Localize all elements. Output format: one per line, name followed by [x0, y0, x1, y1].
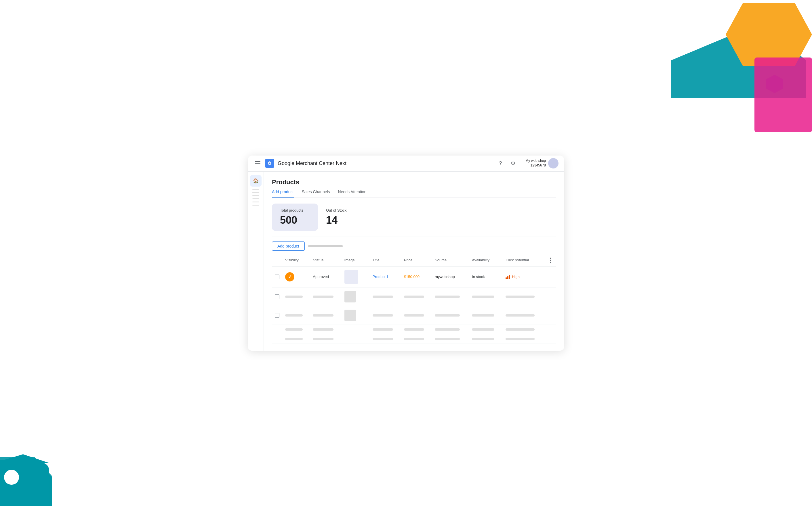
row5-availability — [469, 334, 503, 344]
th-price: Price — [401, 254, 432, 266]
loading-line — [472, 296, 494, 298]
tab-needs-attention[interactable]: Needs Attention — [338, 189, 367, 197]
th-visibility: Visibility — [282, 254, 310, 266]
row3-click-potential — [503, 306, 545, 325]
tab-add-product[interactable]: Add product — [272, 189, 294, 197]
loading-line — [404, 296, 424, 298]
out-of-stock-value: 14 — [326, 214, 350, 226]
tabs: Add product Sales Channels Needs Attenti… — [272, 189, 556, 198]
row5-image — [342, 334, 370, 344]
th-source: Source — [432, 254, 469, 266]
row5-visibility — [282, 334, 310, 344]
row4-price — [401, 325, 432, 334]
total-products-value: 500 — [280, 214, 310, 226]
high-label: High — [512, 274, 520, 279]
sidebar: 🏠 — [248, 172, 264, 351]
row4-visibility — [282, 325, 310, 334]
avatar[interactable] — [548, 158, 559, 168]
stat-card-total: Total products 500 — [272, 203, 318, 231]
th-availability: Availability — [469, 254, 503, 266]
row5-status — [310, 334, 341, 344]
row3-checkbox-cell — [272, 306, 282, 325]
row4-image — [342, 325, 370, 334]
th-checkbox — [272, 254, 282, 266]
page-title: Products — [272, 178, 556, 186]
product-image — [345, 270, 358, 284]
row3-status — [310, 306, 341, 325]
bar-3 — [509, 275, 510, 279]
click-potential-high: High — [506, 274, 542, 279]
row3-checkbox[interactable] — [275, 313, 279, 318]
stat-card-out-of-stock: Out of Stock 14 — [318, 203, 358, 231]
svg-point-8 — [269, 163, 271, 164]
row1-status: Approved — [310, 266, 341, 287]
bar-1 — [506, 277, 507, 279]
product-link[interactable]: Product 1 — [373, 274, 389, 279]
row4-source — [432, 325, 469, 334]
row1-title: Product 1 — [370, 266, 401, 287]
sidebar-divider-4 — [252, 198, 259, 199]
row3-source — [432, 306, 469, 325]
loading-image — [345, 310, 356, 321]
loading-line — [285, 328, 303, 331]
row2-checkbox[interactable] — [275, 294, 279, 299]
help-button[interactable]: ? — [495, 158, 506, 168]
loading-line — [404, 338, 424, 340]
row3-price — [401, 306, 432, 325]
account-section: My web shop 12345678 — [522, 158, 559, 168]
products-toolbar: Add product — [272, 242, 556, 251]
navbar: Google Merchant Center Next ? ⚙ My web s… — [248, 156, 564, 172]
tab-sales-channels[interactable]: Sales Channels — [302, 189, 330, 197]
loading-line — [435, 314, 460, 317]
table-row — [272, 306, 556, 325]
row5-source — [432, 334, 469, 344]
more-options-icon[interactable] — [547, 256, 553, 264]
loading-line — [472, 314, 494, 317]
row2-visibility — [282, 287, 310, 306]
table-row — [272, 334, 556, 344]
loading-line — [285, 296, 303, 298]
loading-line — [373, 296, 393, 298]
app-logo-icon — [265, 159, 274, 168]
loading-line — [472, 328, 494, 331]
row4-title — [370, 325, 401, 334]
sidebar-item-home[interactable]: 🏠 — [250, 175, 262, 187]
row4-checkbox-cell — [272, 325, 282, 334]
loading-line — [313, 314, 333, 317]
loading-line — [404, 328, 424, 331]
add-product-button[interactable]: Add product — [272, 242, 305, 251]
account-info: My web shop 12345678 — [525, 159, 546, 168]
products-section: Add product Visibility Status Image Titl… — [272, 237, 556, 344]
hamburger-icon[interactable] — [253, 160, 262, 166]
row1-checkbox[interactable] — [275, 274, 279, 279]
row2-checkbox-cell — [272, 287, 282, 306]
loading-image — [345, 291, 356, 303]
row2-more — [545, 287, 556, 306]
th-click-potential: Click potential — [503, 254, 545, 266]
table-row: ✓ Approved Product 1 — [272, 266, 556, 287]
loading-line — [373, 338, 393, 340]
row2-status — [310, 287, 341, 306]
row1-availability: In stock — [469, 266, 503, 287]
row2-image — [342, 287, 370, 306]
settings-button[interactable]: ⚙ — [508, 158, 518, 168]
table-row — [272, 325, 556, 334]
row4-more — [545, 325, 556, 334]
row3-title — [370, 306, 401, 325]
loading-line — [313, 328, 333, 331]
row5-price — [401, 334, 432, 344]
sidebar-divider-1 — [252, 189, 259, 190]
row2-price — [401, 287, 432, 306]
row5-title — [370, 334, 401, 344]
row3-image — [342, 306, 370, 325]
loading-line — [285, 338, 303, 340]
row1-checkbox-cell — [272, 266, 282, 287]
row1-source: mywebshop — [432, 266, 469, 287]
account-id: 12345678 — [525, 163, 546, 168]
th-status: Status — [310, 254, 341, 266]
availability-text: In stock — [472, 274, 485, 279]
out-of-stock-label: Out of Stock — [326, 208, 350, 213]
loading-line — [313, 338, 333, 340]
row2-availability — [469, 287, 503, 306]
main-content: Products Add product Sales Channels Need… — [264, 172, 564, 351]
